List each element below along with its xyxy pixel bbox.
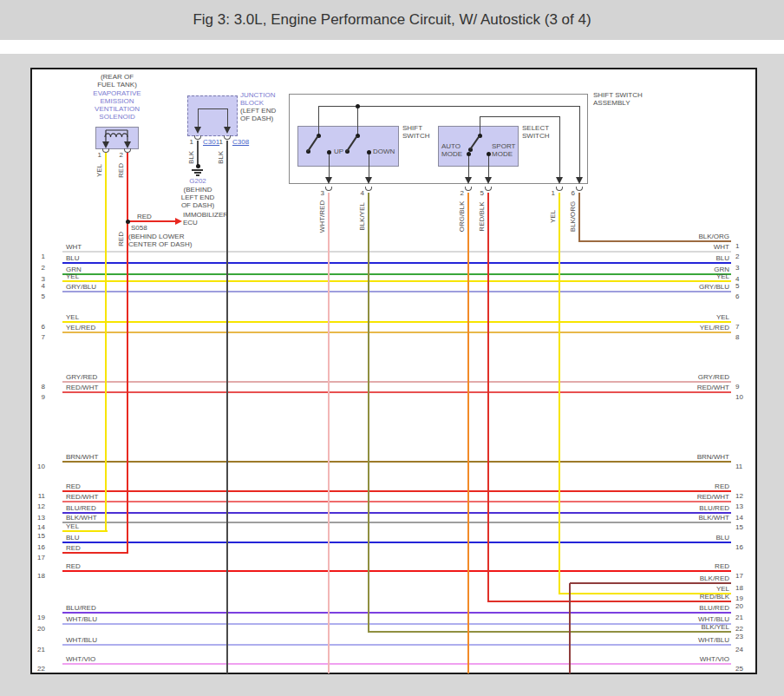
junction-dot bbox=[356, 104, 360, 108]
connector-link[interactable]: C308 bbox=[232, 138, 249, 146]
wire-label: GRY/RED bbox=[66, 373, 97, 381]
wire-label: RED bbox=[66, 544, 81, 552]
wire-label: YEL bbox=[657, 313, 729, 321]
wire-number: 7 bbox=[26, 333, 45, 341]
wire-blk-org bbox=[578, 193, 580, 242]
wire-blu-red bbox=[62, 512, 731, 514]
wire-label: WHT/RED bbox=[318, 198, 326, 236]
circuit-line bbox=[468, 154, 469, 178]
wire-number: 21 bbox=[26, 646, 45, 653]
wire-number: 5 bbox=[735, 282, 739, 290]
wire-label: RED bbox=[66, 483, 81, 490]
wire-label: BLK/WHT bbox=[657, 514, 729, 522]
wire-number: 2 bbox=[26, 264, 45, 272]
wire-label: BLU/RED bbox=[657, 604, 729, 612]
wire-blu bbox=[62, 542, 731, 543]
wire-yel bbox=[62, 321, 731, 323]
up-contact-label: UP bbox=[334, 148, 343, 155]
circuit-line bbox=[559, 116, 560, 178]
wire-number: 16 bbox=[735, 543, 743, 551]
wire-number: 3 bbox=[735, 264, 739, 272]
wire-number: 20 bbox=[735, 602, 743, 610]
wire-label: YEL/RED bbox=[657, 324, 729, 332]
wire-grn bbox=[62, 273, 731, 275]
ground-location-label: (BEHIND LEFT END OF DASH) bbox=[173, 186, 222, 209]
wire-number: 22 bbox=[735, 625, 743, 633]
wire-number: 10 bbox=[26, 463, 45, 470]
wire-number: 8 bbox=[26, 383, 45, 391]
wire-label: BRN/WHT bbox=[657, 453, 729, 461]
wire-label: RED bbox=[657, 562, 729, 570]
wire-number: 14 bbox=[26, 523, 45, 531]
wire-label: BRN/WHT bbox=[66, 453, 98, 461]
wire-number: 9 bbox=[735, 383, 739, 391]
wire-number: 7 bbox=[735, 323, 739, 331]
wire-blk bbox=[226, 141, 228, 673]
splice-feed-wire bbox=[128, 220, 175, 222]
wire-yel bbox=[62, 530, 108, 532]
wire-gry-red bbox=[62, 381, 731, 383]
arrow-down-icon bbox=[102, 141, 109, 148]
shift-switch-assembly-label: SHIFT SWITCH ASSEMBLY bbox=[593, 91, 643, 107]
wire-number: 19 bbox=[735, 594, 743, 602]
junction-dot bbox=[126, 220, 130, 224]
pin-number: 5 bbox=[476, 189, 484, 197]
wire-number: 23 bbox=[735, 633, 743, 640]
junction-block-name-label: JUNCTION BLOCK bbox=[240, 91, 275, 107]
wire-number: 15 bbox=[735, 523, 743, 531]
splice-location-label: (BEHIND LOWER CENTER OF DASH) bbox=[128, 233, 192, 248]
junction-dot bbox=[487, 152, 491, 156]
wire-label: WHT bbox=[66, 243, 82, 251]
wire-number: 22 bbox=[26, 665, 45, 673]
wire-red bbox=[62, 490, 731, 492]
wire-number: 2 bbox=[735, 253, 739, 260]
arrow-down-icon bbox=[556, 177, 563, 184]
wire-wht bbox=[62, 251, 731, 253]
pin-number: 1 bbox=[94, 151, 101, 159]
wire-number: 6 bbox=[735, 292, 739, 300]
wire-number: 12 bbox=[735, 492, 743, 500]
wire-org-blk bbox=[467, 193, 469, 673]
wire-label: BLU bbox=[66, 534, 80, 542]
circuit-line bbox=[480, 116, 559, 117]
wire-wht-blu bbox=[62, 623, 731, 625]
pin-number: 1 bbox=[215, 138, 223, 146]
wire-number: 25 bbox=[735, 665, 743, 673]
wire-label: BLU bbox=[66, 254, 80, 262]
wire-blk-org bbox=[579, 240, 731, 242]
wire-label: BLK/YEL bbox=[657, 623, 729, 631]
wire-blk-red bbox=[570, 582, 731, 584]
wire-label: WHT/VIO bbox=[66, 655, 95, 663]
wire-number: 6 bbox=[26, 323, 45, 331]
junction-dot bbox=[196, 164, 200, 168]
wire-number: 15 bbox=[26, 532, 45, 540]
wire-red-blk bbox=[487, 193, 489, 602]
pin-number: 1 bbox=[186, 138, 193, 146]
wire-number: 18 bbox=[26, 572, 45, 580]
pin-number: 2 bbox=[456, 189, 464, 197]
splice-name-label: S058 bbox=[131, 224, 147, 232]
circuit-line bbox=[488, 154, 489, 178]
junction-block-location-label: (LEFT END OF DASH) bbox=[240, 107, 276, 122]
junction-dot bbox=[467, 152, 471, 156]
wire-label: BLK/ORG bbox=[657, 233, 729, 240]
wire-number: 19 bbox=[26, 614, 45, 621]
wire-blk-yel bbox=[369, 631, 731, 633]
wire-number: 11 bbox=[735, 463, 742, 470]
wire-label: GRY/BLU bbox=[66, 283, 96, 291]
circuit-line bbox=[198, 108, 227, 109]
immobilizer-ecu-label: IMMOBILIZER ECU bbox=[183, 211, 228, 227]
wire-red bbox=[62, 570, 731, 572]
wire-number: 1 bbox=[26, 253, 45, 260]
wire-label: RED/WHT bbox=[66, 493, 98, 501]
wire-gry-blu bbox=[62, 291, 731, 292]
circuit-line bbox=[318, 106, 319, 135]
wire-label: RED/WHT bbox=[657, 384, 729, 391]
wire-number: 11 bbox=[26, 492, 45, 500]
wire-yel bbox=[105, 153, 107, 532]
ground-icon bbox=[196, 174, 199, 176]
wire-label: WHT/BLU bbox=[66, 636, 97, 644]
arrow-down-icon bbox=[325, 177, 332, 184]
wire-number: 17 bbox=[26, 554, 45, 561]
wire-blk-red bbox=[569, 583, 571, 673]
